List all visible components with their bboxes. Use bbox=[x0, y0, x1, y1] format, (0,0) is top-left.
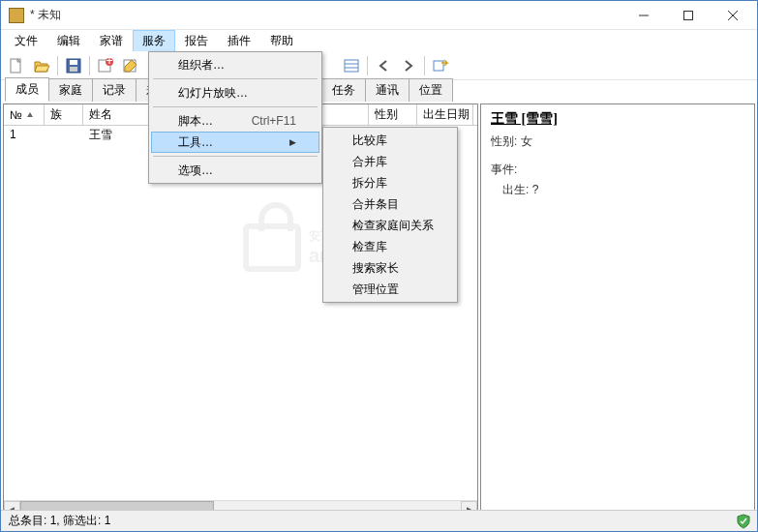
menu-file[interactable]: 文件 bbox=[5, 30, 47, 52]
submenu-arrow-icon: ▶ bbox=[289, 137, 296, 147]
toolbar-export-button[interactable] bbox=[429, 54, 452, 77]
minimize-button[interactable] bbox=[622, 1, 666, 30]
toolbar-new-button[interactable] bbox=[5, 54, 28, 77]
sort-asc-icon bbox=[26, 111, 34, 119]
tab-tasks[interactable]: 任务 bbox=[321, 78, 366, 102]
maximize-icon bbox=[683, 11, 693, 20]
arrow-left-icon bbox=[377, 59, 390, 73]
menu-separator bbox=[153, 156, 318, 157]
toolbar-forward-button[interactable] bbox=[397, 54, 420, 77]
folder-open-icon bbox=[33, 57, 50, 74]
birth-label: 出生: bbox=[502, 183, 529, 196]
svg-rect-6 bbox=[70, 60, 77, 65]
maximize-button[interactable] bbox=[666, 1, 711, 30]
gender-label: 性别: bbox=[491, 134, 517, 148]
arrow-right-icon bbox=[402, 59, 415, 73]
minimize-icon bbox=[639, 11, 649, 20]
menu-tools[interactable]: 工具…▶ bbox=[151, 132, 319, 153]
menu-merge-entries[interactable]: 合并条目 bbox=[325, 193, 455, 215]
tab-records[interactable]: 记录 bbox=[92, 78, 136, 102]
menu-compare-db[interactable]: 比较库 bbox=[325, 130, 455, 151]
svg-text:+: + bbox=[106, 57, 112, 68]
cell-no: 1 bbox=[4, 127, 45, 142]
menu-separator bbox=[153, 106, 318, 107]
menu-services[interactable]: 服务 bbox=[133, 30, 175, 52]
menu-search-parents[interactable]: 搜索家长 bbox=[325, 257, 455, 279]
menu-edit[interactable]: 编辑 bbox=[47, 30, 90, 52]
toolbar-add-record-button[interactable]: + bbox=[94, 54, 117, 77]
menu-genealogy[interactable]: 家谱 bbox=[90, 30, 133, 52]
menu-merge-db[interactable]: 合并库 bbox=[325, 151, 455, 172]
toolbar-edit-record-button[interactable] bbox=[119, 54, 142, 77]
events-label: 事件: bbox=[491, 162, 744, 178]
toolbar-separator bbox=[367, 56, 368, 75]
detail-heading: 王雪 [雪雪] bbox=[491, 110, 744, 128]
toolbar: + bbox=[1, 51, 757, 80]
menu-report[interactable]: 报告 bbox=[175, 30, 218, 52]
detail-birth: 出生: ? bbox=[502, 182, 744, 198]
record-add-icon: + bbox=[97, 57, 114, 74]
menu-options[interactable]: 选项… bbox=[151, 160, 319, 181]
toolbar-separator bbox=[57, 56, 58, 75]
close-icon bbox=[728, 11, 738, 20]
app-icon bbox=[9, 8, 24, 23]
shortcut-text: Ctrl+F11 bbox=[252, 114, 296, 128]
services-dropdown: 组织者… 幻灯片放映… 脚本…Ctrl+F11 工具…▶ 选项… bbox=[148, 51, 322, 184]
column-header-clan[interactable]: 族 bbox=[45, 104, 83, 125]
menu-plugins[interactable]: 插件 bbox=[218, 30, 260, 52]
menu-check-db[interactable]: 检查库 bbox=[325, 236, 455, 257]
tabbar: 成员 家庭 记录 来源 存储库 群组 研究 任务 通讯 位置 bbox=[1, 80, 757, 102]
toolbar-view-button[interactable] bbox=[340, 54, 363, 77]
close-button[interactable] bbox=[711, 1, 755, 30]
menu-scripts[interactable]: 脚本…Ctrl+F11 bbox=[151, 110, 319, 132]
tools-submenu: 比较库 合并库 拆分库 合并条目 检查家庭间关系 检查库 搜索家长 管理位置 bbox=[322, 127, 458, 303]
titlebar: * 未知 bbox=[1, 1, 757, 30]
toolbar-separator bbox=[89, 56, 90, 75]
shield-icon bbox=[736, 514, 751, 529]
statusbar: 总条目: 1, 筛选出: 1 bbox=[1, 510, 757, 531]
toolbar-separator bbox=[424, 56, 425, 75]
list-icon bbox=[343, 57, 360, 74]
window-title: * 未知 bbox=[30, 7, 622, 23]
gender-value: 女 bbox=[521, 134, 532, 148]
detail-gender: 性别: 女 bbox=[491, 133, 744, 150]
menu-slideshow[interactable]: 幻灯片放映… bbox=[151, 82, 319, 103]
tab-members[interactable]: 成员 bbox=[5, 77, 49, 102]
svg-rect-7 bbox=[70, 67, 77, 72]
birth-value: ? bbox=[532, 183, 539, 196]
column-header-no[interactable]: № bbox=[4, 104, 45, 125]
record-edit-icon bbox=[122, 57, 139, 74]
menu-split-db[interactable]: 拆分库 bbox=[325, 172, 455, 193]
menu-separator bbox=[153, 78, 318, 79]
svg-rect-12 bbox=[345, 60, 358, 72]
status-text: 总条目: 1, 筛选出: 1 bbox=[9, 513, 110, 529]
svg-rect-1 bbox=[684, 11, 693, 19]
column-header-sex[interactable]: 性别 bbox=[369, 104, 417, 125]
toolbar-save-button[interactable] bbox=[62, 54, 85, 77]
document-icon bbox=[8, 57, 25, 74]
export-icon bbox=[432, 57, 449, 74]
menu-manage-locations[interactable]: 管理位置 bbox=[325, 279, 455, 300]
column-header-dob[interactable]: 出生日期 bbox=[417, 104, 473, 125]
menubar: 文件 编辑 家谱 服务 报告 插件 帮助 bbox=[1, 30, 757, 51]
save-icon bbox=[65, 57, 82, 74]
cell-clan bbox=[45, 133, 83, 135]
detail-panel: 王雪 [雪雪] 性别: 女 事件: 出生: ? bbox=[480, 103, 755, 517]
menu-help[interactable]: 帮助 bbox=[260, 30, 303, 52]
menu-check-family[interactable]: 检查家庭间关系 bbox=[325, 215, 455, 236]
tab-family[interactable]: 家庭 bbox=[48, 78, 93, 102]
toolbar-open-button[interactable] bbox=[30, 54, 53, 77]
menu-organizer[interactable]: 组织者… bbox=[151, 54, 319, 75]
tab-comm[interactable]: 通讯 bbox=[365, 78, 409, 102]
toolbar-back-button[interactable] bbox=[372, 54, 395, 77]
tab-locations[interactable]: 位置 bbox=[409, 78, 453, 102]
window-controls bbox=[622, 1, 755, 30]
